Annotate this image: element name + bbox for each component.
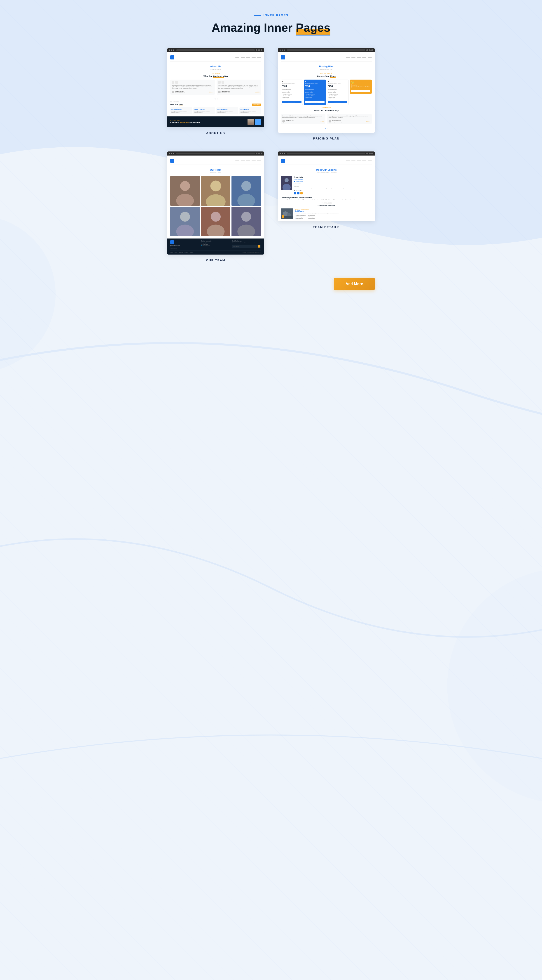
team-photo-1 [170,176,200,206]
meet-experts-title: Meet Our Experts [281,169,372,171]
carousel-dots-pricing: ● ● [281,127,372,129]
pricing-card-basic: Basic All features & premium options $25… [327,80,349,105]
project-item: Vehement Capital Partners Cold Fusion Lo… [281,208,372,219]
testimonial-footer-p2: Joseph Norman Manager, HaFtech Corp ★★★★… [329,120,370,123]
stats-section: PROJECTS Over The Years Explore More Est… [170,101,261,114]
member-position: Lorem ipsum title [294,178,372,180]
nav-logo-pricing [281,56,285,59]
our-team-title: Our Team [170,169,261,171]
section-label-line [254,15,261,16]
projects-title: Our Recent Projects [281,205,372,207]
svg-point-13 [180,212,190,222]
avatar-p1 [282,120,285,123]
customers-section-title: What Our Customers Say [170,75,261,77]
stars-p2: ★★★★☆ [366,121,370,122]
about-us-label: ABOUT US [206,131,225,135]
testimonial-cards: Lorem ipsum dolor sit amet, consectetur … [170,80,261,95]
svg-point-22 [285,178,288,182]
page-card-pricing: Pricing Plan Home / Pricing Plan PLAN & … [278,48,375,140]
testimonial-text-2: Lorem ipsum dolor sit amet, consectetur … [218,84,260,89]
stat-new-clients: New Clients Lorem ipsum dolor sit amet c… [193,107,215,114]
team-grid [170,176,261,236]
page-card-about-us: About Us Home / About Us CUSTOMER What O… [167,48,264,140]
about-us-breadcrumb: Home / About Us [170,69,261,70]
stats-label: PROJECTS [170,101,261,103]
page-preview-about-us[interactable]: About Us Home / About Us CUSTOMER What O… [167,48,264,127]
carousel-dots: ● ● ● [170,98,261,100]
pricing-btn-basic[interactable]: Request a Demo [328,101,347,103]
nav-logo [170,56,174,59]
nav-logo-team [170,159,174,163]
section-label: INNER PAGES [254,14,288,17]
social-icon-3[interactable] [300,192,303,194]
leader-title: Leader In Business Innovation [170,121,245,124]
testimonial-card-p1: Lorem ipsum dolor sit amet, consectetur … [281,114,325,124]
stat-established: Established Lorem ipsum dolor sit amet c… [170,107,192,114]
email-input-footer[interactable]: Email address [232,245,261,248]
stars-2: ★★★★☆ [255,91,260,93]
pricing-title: Pricing Plan [281,65,372,68]
leader-img-2 [255,119,261,125]
nav-logo-details [281,159,285,163]
browser-bar-details [278,151,375,156]
leader-images [247,119,261,125]
member-role-sub: Lorem ipsum title [294,183,372,184]
about-us-title: About Us [170,65,261,68]
section-label-text: INNER PAGES [263,14,288,17]
pricing-breadcrumb: Home / Pricing Plan [281,69,372,70]
team-detail-info: Ryan Kelk Lorem ipsum title Sports desig… [294,176,372,194]
nav-links-team [235,161,261,161]
director-title: Lead Management And Technical Director [281,197,372,198]
preview-nav-details [281,159,372,165]
project-features-col-2: Message Sharing Value Proposition Pricin… [308,215,315,219]
team-detail-photo [281,176,292,190]
member-name: Ryan Kelk [294,176,372,178]
preview-nav-team [170,159,261,165]
role-icon [294,181,295,182]
plans-section-label: PLAN & PRICE [281,73,372,74]
testimonial-role-1: Manager, HaFtech Corp [175,92,185,93]
page-preview-pricing[interactable]: Pricing Plan Home / Pricing Plan PLAN & … [278,48,375,133]
stat-plans: Our Plans Lorem ipsum dolor sit amet con… [239,107,261,114]
social-icon-1[interactable] [294,192,296,194]
pricing-card-premium: Premium All features & premium options $… [281,80,303,105]
pricing-content: Pricing Plan Home / Pricing Plan PLAN & … [278,52,375,133]
team-preview-footer: Address, Agency, Loremipsum, consectetur… [167,239,264,255]
browser-bar [167,48,264,52]
testimonial-text-1: Lorem ipsum dolor sit amet, consectetur … [172,84,213,89]
nav-links-pricing [346,57,372,58]
pricing-card-enterprise: 👑 Enterprise Custom Solution For The Spe… [350,80,372,94]
testimonial-footer-p1: Kathleen Listr CEO, LinkFront Corp ★★★★☆ [282,120,324,123]
pricing-btn-premium[interactable]: Request a Demo [282,101,301,103]
svg-point-10 [241,181,251,191]
team-photo-5 [201,207,231,237]
project-features: Customer Segmentation Market Strategy Pr… [295,215,372,219]
team-detail-section: Ryan Kelk Lorem ipsum title Sports desig… [281,176,372,194]
page-preview-our-team[interactable]: Our Team Home / Our Team [167,151,264,255]
bio-text: Lorem ipsum dolor sit amet consectetur a… [294,188,372,189]
page-card-team-details: Meet Our Experts Home / Team Member / Ry… [278,151,375,262]
social-icon-2[interactable] [297,192,300,194]
testimonial-footer-2: Jane Caballero CEO, HaFtech Corp ★★★★☆ [218,91,260,93]
pricing-btn-business[interactable]: Request a Demo [305,101,325,103]
stars-1: ★★★★☆ [209,91,213,93]
avatar-p2 [329,120,331,123]
pricing-label: PRICING PLAN [313,137,339,140]
testimonial-role-2: CEO, HaFtech Corp [222,92,230,93]
bio-label: Biography [294,186,372,187]
and-more-button[interactable]: And More [334,278,375,290]
director-section: Lead Management And Technical Director L… [281,197,372,200]
team-content: Our Team Home / Our Team [167,156,264,255]
pricing-card-business: Business All features & premium options … [304,80,326,105]
page-preview-team-details[interactable]: Meet Our Experts Home / Team Member / Ry… [278,151,375,221]
pricing-btn-enterprise[interactable]: Contact Us [351,90,370,92]
pages-grid: About Us Home / About Us CUSTOMER What O… [167,48,375,262]
testimonial-card-p2: Lorem ipsum dolor sit amet, consectetur … [327,114,372,124]
preview-nav [170,56,261,62]
customers-section-label-pricing: CUSTOMER [281,107,372,108]
projects-section: OUR PROJECTS Our Recent Projects [281,202,372,219]
footer-copyright: Copyright © 2023 Biz Pro. All Rights Res… [242,251,261,253]
footer-col-contact: Contact Information ✉ support@domain.com… [201,240,230,249]
testimonial-footer-1: Joseph Norman Manager, HaFtech Corp ★★★★… [172,91,213,93]
preview-nav-pricing [281,56,372,62]
